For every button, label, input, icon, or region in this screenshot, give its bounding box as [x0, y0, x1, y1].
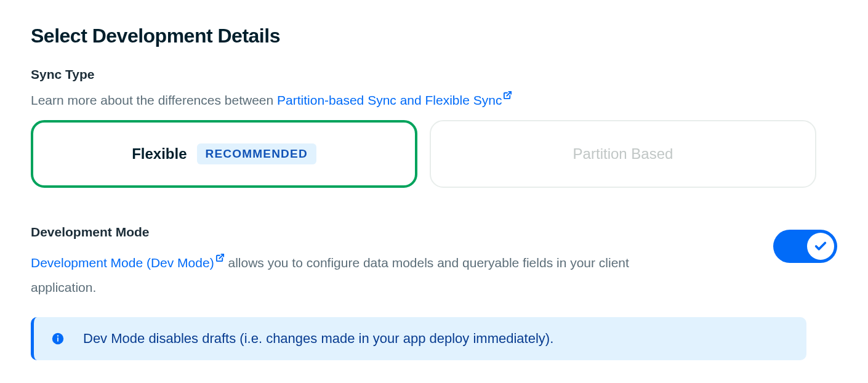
development-mode-section: Development Mode Development Mode (Dev M…	[31, 225, 837, 360]
svg-point-4	[57, 335, 58, 336]
page-title: Select Development Details	[31, 25, 837, 47]
dev-mode-description: Development Mode (Dev Mode) allows you t…	[31, 246, 696, 300]
sync-link-text: Partition-based Sync and Flexible Sync	[277, 93, 502, 107]
external-link-icon	[215, 246, 225, 270]
sync-type-description: Learn more about the differences between…	[31, 88, 837, 108]
sync-option-partition[interactable]: Partition Based	[430, 120, 816, 188]
external-link-icon	[503, 88, 512, 103]
recommended-badge: RECOMMENDED	[197, 143, 316, 164]
sync-type-section: Sync Type Learn more about the differenc…	[31, 67, 837, 188]
sync-option-flexible[interactable]: Flexible RECOMMENDED	[31, 120, 417, 188]
sync-type-options: Flexible RECOMMENDED Partition Based	[31, 120, 837, 188]
partition-label: Partition Based	[573, 145, 673, 163]
info-icon	[51, 332, 65, 345]
sync-desc-prefix: Learn more about the differences between	[31, 93, 277, 107]
flexible-label: Flexible	[132, 145, 187, 163]
info-banner-text: Dev Mode disables drafts (i.e. changes m…	[83, 331, 553, 347]
sync-comparison-link[interactable]: Partition-based Sync and Flexible Sync	[277, 93, 512, 107]
dev-mode-link-text: Development Mode (Dev Mode)	[31, 256, 214, 270]
sync-type-label: Sync Type	[31, 67, 837, 82]
check-icon	[814, 240, 827, 253]
info-banner: Dev Mode disables drafts (i.e. changes m…	[31, 317, 806, 360]
dev-mode-toggle[interactable]	[773, 230, 837, 263]
dev-mode-link[interactable]: Development Mode (Dev Mode)	[31, 256, 228, 270]
dev-mode-label: Development Mode	[31, 225, 696, 240]
svg-rect-3	[57, 337, 58, 341]
toggle-knob	[807, 233, 834, 260]
